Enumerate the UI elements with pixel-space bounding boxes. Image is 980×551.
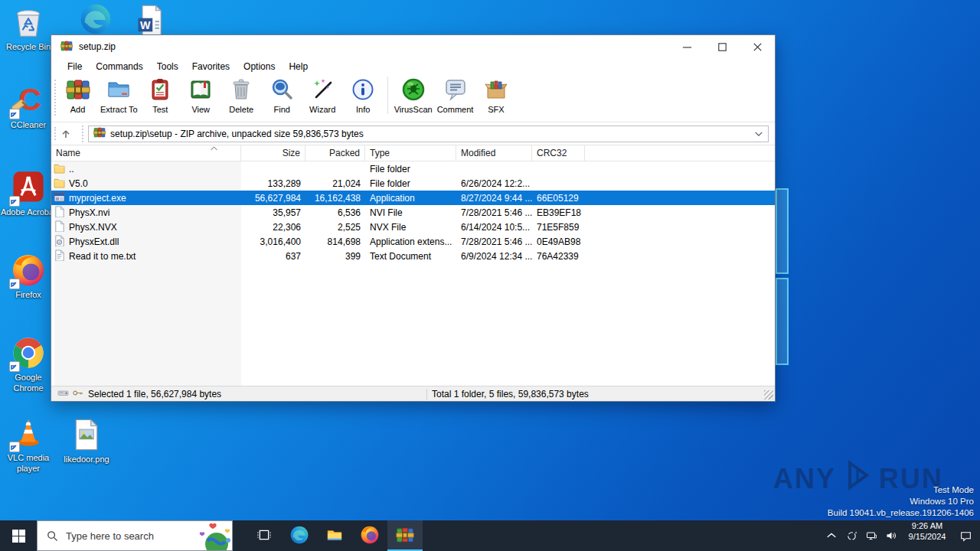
wallpaper-light-rect-1 [776,188,789,274]
toolbar-wizard-label: Wizard [309,105,335,114]
tray-network-icon[interactable] [862,520,880,551]
resize-grip[interactable] [764,390,773,399]
menu-file[interactable]: File [60,60,89,73]
selection-summary: Selected 1 file, 56,627,984 bytes [88,389,426,399]
word-doc-icon: W [133,3,168,38]
firefox-icon [11,253,46,288]
toolbar-virusscan-button[interactable]: VirusScan [387,77,435,114]
taskbar-task-view-button[interactable] [247,520,282,551]
shortcut-arrow-icon [9,196,20,207]
file-row-physx-nvi[interactable]: PhysX.nvi35,9576,536NVI File7/28/2021 5:… [51,205,775,220]
menu-tools[interactable]: Tools [150,60,185,73]
taskbar-winrar-button[interactable] [387,520,423,551]
desktop-icon-likedoor[interactable]: likedoor.png [58,417,115,465]
column-header-packed[interactable]: Packed [305,145,365,161]
shortcut-arrow-icon [9,109,20,119]
column-header-type[interactable]: Type [365,145,456,161]
recycle-bin-icon [11,5,46,40]
toolbar-info-icon [351,77,375,104]
windows-logo-icon [12,530,25,543]
file-row-v5-0[interactable]: V5.0133,28921,024File folder6/26/2024 12… [51,176,775,191]
up-one-level-button[interactable] [56,126,83,142]
toolbar-delete-button[interactable]: Delete [221,77,262,114]
chevron-down-icon[interactable] [754,130,763,138]
winrar-app-icon [60,40,73,54]
toolbar-find-icon [270,77,294,104]
column-header-modified[interactable]: Modified [456,145,532,161]
archive-path-text: setup.zip\setup - ZIP archive, unpacked … [110,129,750,139]
toolbar-info-button[interactable]: Info [343,77,384,114]
toolbar-add-label: Add [70,105,86,114]
toolbar-find-button[interactable]: Find [262,77,302,114]
toolbar-wizard-button[interactable]: Wizard [302,77,343,114]
desktop-icon-word-doc[interactable]: W [122,3,179,38]
tray-volume-icon[interactable] [882,520,900,551]
anyrun-logo-text-left: ANY [773,463,836,495]
toolbar-sfx-label: SFX [488,105,504,114]
desktop-icon-edge[interactable] [67,2,124,37]
toolbar-extract-button[interactable]: Extract To [98,77,140,114]
menu-help[interactable]: Help [282,60,315,73]
desktop-icon-label: CCleaner [11,119,46,130]
tray-update-icon[interactable] [842,520,861,551]
winrar-icon [396,526,414,546]
file-name: PhysxExt.dll [69,236,119,247]
file-type-cell: File folder [365,164,456,174]
desktop-icon-google-chrome[interactable]: Google Chrome [0,335,57,394]
minimize-button[interactable] [669,35,704,58]
txt-file-icon [54,249,65,263]
maximize-button[interactable] [704,35,740,58]
watermark-test-mode: Test Mode [828,484,974,496]
file-row-physx-nvx[interactable]: PhysX.NVX22,3062,525NVX File6/14/2024 10… [51,220,775,234]
menu-options[interactable]: Options [237,60,282,73]
column-header-size[interactable]: Size [241,145,305,161]
title-bar[interactable]: setup.zip [51,35,775,58]
file-type-cell: NVX File [365,222,456,233]
taskbar-clock[interactable]: 9:26 AM 9/15/2024 [903,520,951,551]
taskbar-edge-button[interactable] [282,520,317,551]
menu-favorites[interactable]: Favorites [185,60,237,73]
desktop-icon-adobe-acrobat[interactable]: Adobe Acrobat [0,170,57,217]
folder-file-icon [54,162,65,176]
taskbar-file-explorer-button[interactable] [317,520,352,551]
start-button[interactable] [0,520,37,551]
status-bar: Selected 1 file, 56,627,984 bytes Total … [51,386,775,401]
file-row-physxext-dll[interactable]: PhysxExt.dll3,016,400814,698Application … [51,234,775,249]
file-type-cell: Application extens... [365,236,456,247]
menu-commands[interactable]: Commands [89,60,149,73]
tray-show-hidden-icons-button[interactable] [822,520,841,551]
toolbar-virusscan-label: VirusScan [394,105,433,114]
action-center-icon [959,530,972,543]
column-header-crc32[interactable]: CRC32 [532,145,585,161]
clock-date: 9/15/2024 [905,531,949,542]
column-header-label: Type [370,148,390,158]
file-row-read-it-to-me-txt[interactable]: Read it to me.txt637399Text Document6/9/… [51,249,775,263]
file-name: Read it to me.txt [69,251,136,262]
toolbar-add-button[interactable]: Add [57,77,98,114]
toolbar-comment-button[interactable]: Comment [435,77,476,114]
file-size-cell: 3,016,400 [241,236,305,247]
taskbar-firefox-button[interactable] [352,520,387,551]
desktop-icon-recycle-bin[interactable]: Recycle Bin [0,5,57,52]
desktop-icon-ccleaner[interactable]: CCCleaner [0,83,57,130]
toolbar-test-button[interactable]: Test [140,77,181,114]
file-name-cell: PhysxExt.dll [51,235,241,249]
file-modified-cell: 6/26/2024 12:2... [456,178,532,189]
toolbar-wizard-icon [310,77,335,104]
search-placeholder: Type here to search [66,530,189,542]
toolbar-comment-label: Comment [437,105,474,114]
archive-path-combobox[interactable]: setup.zip\setup - ZIP archive, unpacked … [88,126,769,142]
key-icon[interactable] [72,388,83,400]
file-row--[interactable]: ..File folder [51,161,775,176]
drive-icon[interactable] [57,388,69,400]
toolbar-sfx-button[interactable]: SFX [475,77,516,114]
toolbar-view-button[interactable]: View [181,77,221,114]
search-highlights-art[interactable] [197,521,232,550]
action-center-button[interactable] [951,520,980,551]
desktop-icon-vlc[interactable]: VLC media player [0,416,57,474]
close-button[interactable] [740,35,775,58]
taskbar-search[interactable]: Type here to search [37,520,233,551]
file-row-myproject-exe[interactable]: myproject.exe56,627,98416,162,438Applica… [51,191,775,205]
winrar-archive-icon [93,126,106,141]
desktop-icon-firefox[interactable]: Firefox [0,253,57,300]
